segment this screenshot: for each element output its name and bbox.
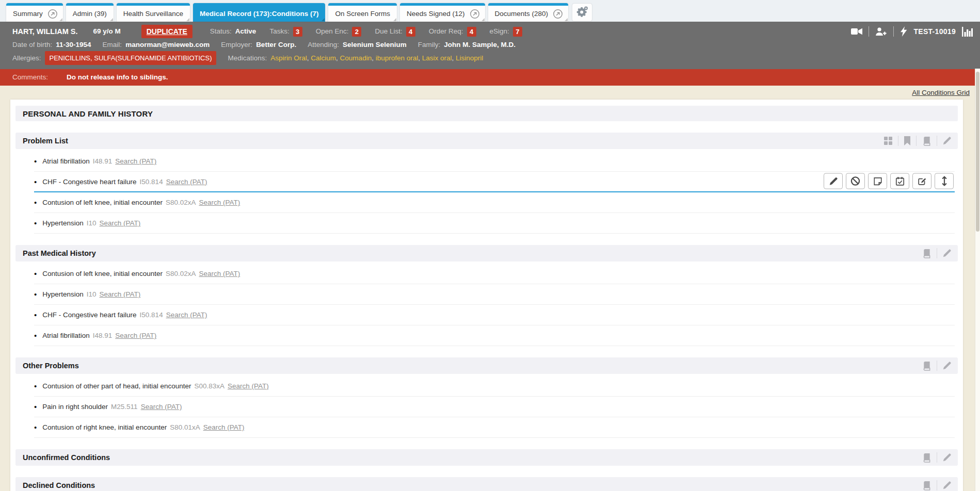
medication-link-coumadin[interactable]: Coumadin: [340, 54, 372, 62]
demographic-value: Selenium Selenium: [343, 39, 407, 51]
search-pat-link[interactable]: Search (PAT): [203, 423, 245, 431]
condition-row[interactable]: •Pain in right shoulderM25.511Search (PA…: [34, 397, 955, 417]
all-conditions-grid-link[interactable]: All Conditions Grid: [912, 89, 970, 96]
search-pat-link[interactable]: Search (PAT): [166, 311, 207, 319]
condition-row[interactable]: •CHF - Congestive heart failureI50.814Se…: [34, 172, 955, 192]
bullet: •: [34, 290, 37, 298]
counter-badge[interactable]: 4: [467, 27, 476, 37]
condition-row[interactable]: •HypertensionI10Search (PAT): [34, 213, 955, 234]
condition-name: Atrial fibrillation: [42, 332, 90, 339]
grid-icon[interactable]: [878, 136, 898, 146]
condition-row[interactable]: •Contusion of left knee, initial encount…: [34, 264, 955, 284]
patient-name: HART, WILLIAM S.: [12, 25, 77, 38]
patient-header-row-1: HART, WILLIAM S. 69 y/o M DUPLICATE Stat…: [12, 25, 973, 38]
counter-label: Order Req:: [429, 25, 463, 38]
book-icon[interactable]: [916, 136, 937, 146]
tab-summary[interactable]: Summary: [6, 3, 63, 22]
book-icon[interactable]: [917, 480, 937, 490]
condition-code: I48.91: [93, 157, 113, 165]
annotate-button[interactable]: [912, 173, 931, 189]
bookmark-icon[interactable]: [898, 136, 916, 146]
video-camera-icon[interactable]: [851, 27, 862, 36]
section-title: Declined Conditions: [23, 481, 95, 489]
allergies-label: Allergies:: [12, 52, 41, 64]
inactivate-condition-button[interactable]: [846, 173, 865, 189]
medication-link-lasix-oral[interactable]: Lasix oral: [422, 54, 452, 62]
pencil-icon[interactable]: [937, 361, 957, 371]
section-title: Other Problems: [23, 362, 79, 370]
condition-row[interactable]: •CHF - Congestive heart failureI50.814Se…: [34, 305, 955, 325]
medication-link-calcium[interactable]: Calcium: [311, 54, 336, 62]
condition-list: •Contusion of left knee, initial encount…: [15, 261, 958, 346]
condition-row[interactable]: •HypertensionI10Search (PAT): [34, 284, 955, 305]
search-pat-link[interactable]: Search (PAT): [199, 199, 240, 206]
condition-row[interactable]: •Contusion of right knee, initial encoun…: [34, 417, 955, 438]
duplicate-flag[interactable]: DUPLICATE: [141, 25, 192, 38]
page-title: PERSONAL AND FAMILY HISTORY: [15, 106, 958, 121]
lightning-icon[interactable]: [900, 26, 907, 37]
counter-badge[interactable]: 3: [293, 27, 302, 37]
edit-condition-button[interactable]: [824, 173, 843, 189]
book-icon[interactable]: [917, 361, 937, 371]
medication-separator: ,: [452, 54, 456, 62]
tab-label: Medical Record (173):Conditions (7): [200, 10, 318, 18]
allergy-chip[interactable]: PENICILLINS, SULFA(SULFONAMIDE ANTIBIOTI…: [45, 51, 217, 65]
condition-row[interactable]: •Contusion of other part of head, initia…: [34, 376, 955, 397]
search-pat-link[interactable]: Search (PAT): [166, 178, 207, 186]
condition-name: Contusion of right knee, initial encount…: [42, 423, 167, 431]
settings-button[interactable]: [572, 4, 592, 21]
condition-code: M25.511: [111, 403, 138, 411]
note-icon: [873, 176, 882, 186]
resize-vertical-icon: [941, 176, 947, 187]
condition-code: I50.814: [140, 178, 163, 186]
search-pat-link[interactable]: Search (PAT): [228, 382, 269, 390]
scrollbar-thumb[interactable]: [976, 72, 979, 232]
condition-row[interactable]: •Atrial fibrillationI48.91Search (PAT): [34, 151, 955, 172]
condition-code: I10: [87, 219, 97, 227]
book-icon[interactable]: [917, 452, 937, 463]
tab-needs-signed-12[interactable]: Needs Signed (12): [400, 3, 485, 22]
reorder-button[interactable]: [935, 173, 954, 189]
pencil-icon[interactable]: [937, 248, 957, 258]
medication-link-aspirin-oral[interactable]: Aspirin Oral: [270, 54, 307, 62]
condition-code: S80.01xA: [170, 423, 200, 431]
search-pat-link[interactable]: Search (PAT): [199, 270, 240, 277]
bullet: •: [34, 178, 37, 186]
search-pat-link[interactable]: Search (PAT): [115, 332, 156, 339]
condition-name: CHF - Congestive heart failure: [42, 311, 136, 319]
bar-chart-icon[interactable]: [962, 27, 973, 37]
vertical-scrollbar[interactable]: [975, 69, 980, 491]
pencil-icon[interactable]: [937, 452, 957, 463]
compose-icon: [917, 176, 927, 186]
add-note-button[interactable]: [868, 173, 887, 189]
schedule-button[interactable]: [890, 173, 909, 189]
tab-medical-record-173-conditions-7[interactable]: Medical Record (173):Conditions (7): [193, 3, 325, 22]
pencil-icon[interactable]: [937, 480, 957, 490]
external-link-icon[interactable]: [47, 9, 58, 19]
tab-documents-280[interactable]: Documents (280): [488, 3, 569, 22]
demographic-value: 11-30-1954: [56, 39, 91, 51]
condition-row[interactable]: •Atrial fibrillationI48.91Search (PAT): [34, 325, 955, 346]
external-link-icon[interactable]: [470, 9, 480, 19]
section-icon-group: [917, 449, 957, 466]
tab-on-screen-forms[interactable]: On Screen Forms: [328, 3, 397, 22]
book-icon[interactable]: [917, 248, 937, 258]
search-pat-link[interactable]: Search (PAT): [100, 219, 141, 227]
condition-name: Hypertension: [42, 290, 84, 298]
pencil-icon[interactable]: [937, 136, 957, 146]
external-link-icon[interactable]: [553, 9, 563, 19]
counter-badge[interactable]: 7: [513, 27, 522, 37]
medication-link-ibuprofen-oral[interactable]: ibuprofen oral: [376, 54, 419, 62]
search-pat-link[interactable]: Search (PAT): [141, 403, 182, 411]
condition-name: CHF - Congestive heart failure: [42, 178, 136, 186]
search-pat-link[interactable]: Search (PAT): [100, 290, 141, 298]
counter-badge[interactable]: 4: [406, 27, 415, 37]
counter-badge[interactable]: 2: [352, 27, 361, 37]
demographic-label: Attending:: [308, 39, 339, 51]
tab-health-surveillance[interactable]: Health Surveillance: [117, 3, 190, 22]
search-pat-link[interactable]: Search (PAT): [115, 157, 156, 165]
condition-row[interactable]: •Contusion of left knee, initial encount…: [34, 192, 955, 213]
tab-admin-39[interactable]: Admin (39): [66, 3, 114, 22]
medication-link-lisinopril[interactable]: Lisinopril: [456, 54, 483, 62]
add-user-icon[interactable]: [875, 27, 887, 37]
